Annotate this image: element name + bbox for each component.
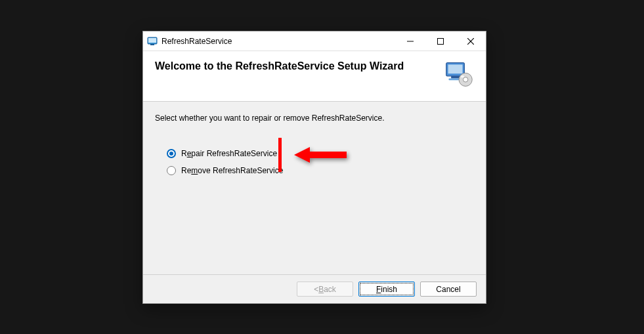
- cancel-button[interactable]: Cancel: [420, 282, 477, 297]
- app-icon: [147, 36, 158, 47]
- minimize-button[interactable]: [395, 31, 425, 51]
- annotation-highlight-bar: [278, 138, 282, 172]
- wizard-header: Welcome to the RefreshRateService Setup …: [143, 51, 486, 102]
- window-title: RefreshRateService: [161, 37, 395, 46]
- svg-point-13: [461, 75, 465, 78]
- svg-rect-1: [148, 38, 156, 43]
- window-controls: [395, 31, 486, 51]
- radio-unselected-icon: [167, 166, 176, 175]
- svg-rect-2: [150, 44, 154, 45]
- wizard-body: Select whether you want to repair or rem…: [143, 102, 486, 274]
- radio-selected-icon: [167, 149, 176, 158]
- svg-rect-8: [448, 64, 463, 73]
- remove-option[interactable]: Remove RefreshRateService: [167, 166, 474, 175]
- installer-window: RefreshRateService Welcome to the Refres…: [142, 31, 486, 304]
- remove-label: Remove RefreshRateService: [181, 166, 283, 175]
- svg-marker-14: [294, 147, 347, 163]
- instruction-text: Select whether you want to repair or rem…: [155, 114, 474, 123]
- svg-point-12: [463, 77, 468, 82]
- back-button: < Back: [297, 282, 353, 297]
- close-button[interactable]: [456, 31, 486, 51]
- wizard-footer: < Back Finish Cancel: [143, 274, 486, 303]
- annotation-arrow-left-icon: [294, 146, 347, 164]
- wizard-heading: Welcome to the RefreshRateService Setup …: [155, 60, 404, 72]
- svg-rect-4: [438, 38, 444, 44]
- svg-rect-9: [451, 76, 460, 79]
- repair-label: Repair RefreshRateService: [181, 149, 277, 158]
- setup-computer-icon: [445, 60, 474, 89]
- maximize-button[interactable]: [425, 31, 456, 51]
- finish-button[interactable]: Finish: [358, 282, 415, 297]
- title-bar: RefreshRateService: [143, 31, 486, 51]
